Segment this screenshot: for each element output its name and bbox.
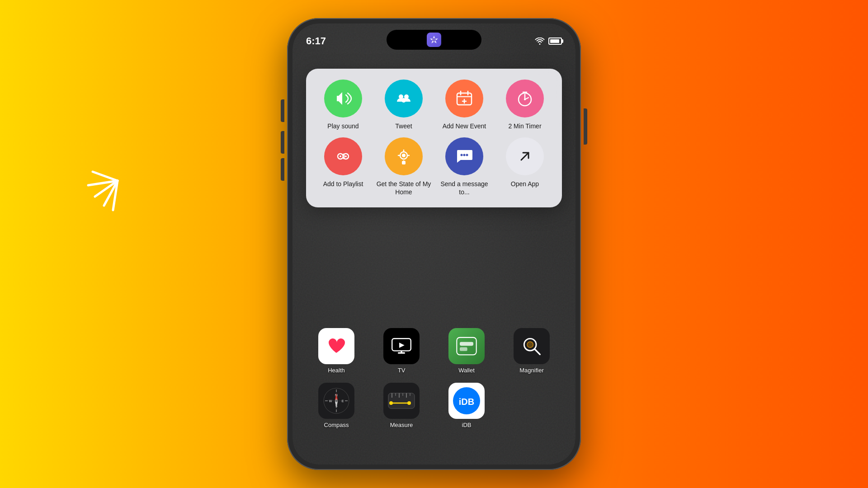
shortcut-open-app[interactable]: Open App xyxy=(497,137,553,196)
tweet-icon xyxy=(385,80,423,117)
phone-body: 6:17 xyxy=(287,18,581,470)
shortcut-send-message[interactable]: Send a message to... xyxy=(436,137,492,196)
app-health[interactable]: Health xyxy=(306,328,367,374)
app-idb[interactable]: iDB iDB xyxy=(436,383,497,428)
tweet-label: Tweet xyxy=(395,122,412,130)
shortcut-tweet[interactable]: Tweet xyxy=(376,80,432,130)
idb-app-icon: iDB xyxy=(448,383,485,419)
home-apps: Health ▶ TV xyxy=(306,328,562,437)
send-message-icon xyxy=(445,137,483,175)
phone-screen: 6:17 xyxy=(292,23,576,465)
health-label: Health xyxy=(328,367,345,374)
wallet-label: Wallet xyxy=(458,367,475,374)
app-compass[interactable]: N S E W xyxy=(306,383,367,428)
wallet-app-icon xyxy=(448,328,485,364)
phone-screen-area: 6:17 xyxy=(292,23,576,465)
svg-point-43 xyxy=(527,342,533,347)
compass-app-icon: N S E W xyxy=(318,383,354,419)
app-wallet[interactable]: Wallet xyxy=(436,328,497,374)
svg-text:▶: ▶ xyxy=(399,341,405,348)
add-event-icon xyxy=(445,80,483,117)
shortcut-add-playlist[interactable]: Add to Playlist xyxy=(315,137,371,196)
home-state-label: Get the State of My Home xyxy=(376,180,432,196)
svg-rect-40 xyxy=(460,347,467,351)
shortcut-home-state[interactable]: Get the State of My Home xyxy=(376,137,432,196)
battery-icon xyxy=(548,38,562,45)
svg-line-0 xyxy=(93,172,118,181)
shortcut-popup: Play sound xyxy=(306,69,562,207)
svg-point-7 xyxy=(404,94,409,99)
measure-app-icon xyxy=(383,383,420,419)
status-bar: 6:17 xyxy=(292,23,576,51)
svg-rect-38 xyxy=(457,338,476,355)
measure-label: Measure xyxy=(390,422,413,428)
magnifier-app-icon xyxy=(514,328,550,364)
tv-label: TV xyxy=(398,367,406,374)
svg-point-5 xyxy=(432,38,436,42)
shortcut-play-sound[interactable]: Play sound xyxy=(315,80,371,130)
svg-rect-39 xyxy=(460,342,473,346)
home-state-icon xyxy=(385,137,423,175)
svg-text:W: W xyxy=(329,399,332,403)
app-placeholder xyxy=(501,383,562,428)
app-tv[interactable]: ▶ TV xyxy=(371,328,432,374)
send-message-label: Send a message to... xyxy=(436,180,492,196)
svg-point-32 xyxy=(463,154,466,156)
apps-row-2: N S E W xyxy=(306,383,562,428)
magnifier-label: Magnifier xyxy=(519,367,543,374)
status-time: 6:17 xyxy=(306,35,326,47)
tv-app-icon: ▶ xyxy=(383,328,420,364)
starburst-decoration xyxy=(81,145,154,217)
shortcut-grid: Play sound xyxy=(315,80,553,197)
app-measure[interactable]: Measure xyxy=(371,383,432,428)
app-magnifier[interactable]: Magnifier xyxy=(501,328,562,374)
svg-point-6 xyxy=(399,94,403,99)
svg-point-31 xyxy=(461,154,463,156)
svg-point-19 xyxy=(524,99,526,100)
add-playlist-label: Add to Playlist xyxy=(323,180,363,188)
add-playlist-icon xyxy=(324,137,362,175)
svg-point-23 xyxy=(345,155,347,157)
svg-text:E: E xyxy=(342,399,344,403)
svg-line-42 xyxy=(535,349,540,355)
svg-text:iDB: iDB xyxy=(459,397,474,407)
phone-device: 6:17 xyxy=(287,18,581,470)
svg-point-69 xyxy=(407,401,411,405)
svg-point-33 xyxy=(466,154,468,156)
status-right-icons xyxy=(535,38,562,45)
compass-label: Compass xyxy=(324,422,349,428)
play-sound-icon xyxy=(324,80,362,117)
wifi-icon xyxy=(535,38,545,45)
dynamic-island[interactable] xyxy=(387,30,481,50)
health-app-icon xyxy=(318,328,354,364)
timer-icon xyxy=(506,80,544,117)
svg-point-29 xyxy=(402,154,406,157)
timer-label: 2 Min Timer xyxy=(508,122,541,130)
svg-rect-30 xyxy=(402,161,406,164)
idb-label: iDB xyxy=(462,422,472,428)
svg-rect-37 xyxy=(401,351,402,352)
shortcut-add-event[interactable]: Add New Event xyxy=(436,80,492,130)
svg-point-22 xyxy=(340,155,341,157)
shortcuts-app-icon xyxy=(427,33,441,47)
add-event-label: Add New Event xyxy=(443,122,486,130)
play-sound-label: Play sound xyxy=(327,122,359,130)
apps-row-1: Health ▶ TV xyxy=(306,328,562,374)
open-app-label: Open App xyxy=(511,180,539,188)
open-app-icon xyxy=(506,137,544,175)
shortcut-timer[interactable]: 2 Min Timer xyxy=(497,80,553,130)
svg-point-68 xyxy=(389,401,393,405)
